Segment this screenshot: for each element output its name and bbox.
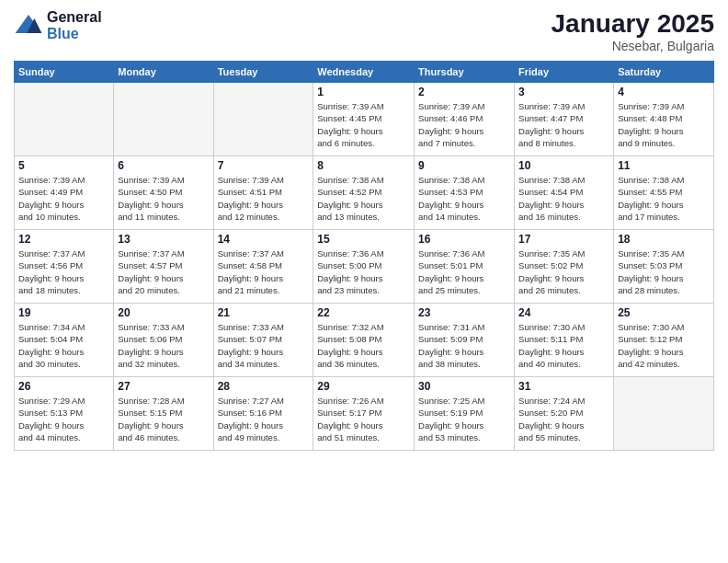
- col-monday: Monday: [114, 62, 213, 83]
- month-title: January 2025: [552, 9, 714, 39]
- day-info: Sunrise: 7:36 AM Sunset: 5:01 PM Dayligh…: [418, 247, 510, 296]
- day-number: 30: [418, 380, 510, 393]
- day-info: Sunrise: 7:24 AM Sunset: 5:20 PM Dayligh…: [518, 395, 609, 443]
- calendar-row-3: 19Sunrise: 7:34 AM Sunset: 5:04 PM Dayli…: [15, 304, 714, 377]
- day-number: 26: [18, 380, 109, 393]
- day-number: 20: [118, 306, 209, 319]
- calendar-row-4: 26Sunrise: 7:29 AM Sunset: 5:13 PM Dayli…: [15, 377, 714, 451]
- day-number: 10: [518, 159, 609, 172]
- day-info: Sunrise: 7:33 AM Sunset: 5:07 PM Dayligh…: [218, 321, 310, 370]
- day-info: Sunrise: 7:38 AM Sunset: 4:53 PM Dayligh…: [418, 174, 510, 223]
- day-info: Sunrise: 7:29 AM Sunset: 5:13 PM Dayligh…: [18, 395, 109, 443]
- logo: General Blue: [14, 9, 102, 42]
- day-number: 19: [18, 306, 109, 319]
- day-info: Sunrise: 7:27 AM Sunset: 5:16 PM Dayligh…: [218, 395, 310, 443]
- table-row: 12Sunrise: 7:37 AM Sunset: 4:56 PM Dayli…: [15, 230, 114, 304]
- day-number: 21: [218, 306, 310, 319]
- day-info: Sunrise: 7:38 AM Sunset: 4:55 PM Dayligh…: [618, 174, 710, 223]
- table-row: 10Sunrise: 7:38 AM Sunset: 4:54 PM Dayli…: [515, 156, 614, 230]
- calendar-table: Sunday Monday Tuesday Wednesday Thursday…: [14, 61, 714, 451]
- table-row: 8Sunrise: 7:38 AM Sunset: 4:52 PM Daylig…: [313, 156, 415, 230]
- day-info: Sunrise: 7:30 AM Sunset: 5:12 PM Dayligh…: [618, 321, 710, 370]
- table-row: 13Sunrise: 7:37 AM Sunset: 4:57 PM Dayli…: [114, 230, 213, 304]
- day-info: Sunrise: 7:39 AM Sunset: 4:47 PM Dayligh…: [518, 100, 609, 149]
- col-thursday: Thursday: [415, 62, 515, 83]
- logo-icon: [14, 11, 43, 40]
- day-number: 12: [18, 233, 109, 246]
- day-info: Sunrise: 7:25 AM Sunset: 5:19 PM Dayligh…: [418, 395, 510, 443]
- table-row: 24Sunrise: 7:30 AM Sunset: 5:11 PM Dayli…: [515, 304, 614, 377]
- day-number: 28: [218, 380, 310, 393]
- day-number: 23: [418, 306, 510, 319]
- table-row: 7Sunrise: 7:39 AM Sunset: 4:51 PM Daylig…: [213, 156, 313, 230]
- table-row: 26Sunrise: 7:29 AM Sunset: 5:13 PM Dayli…: [15, 377, 114, 451]
- day-number: 14: [218, 233, 310, 246]
- table-row: [614, 377, 714, 451]
- table-row: 19Sunrise: 7:34 AM Sunset: 5:04 PM Dayli…: [15, 304, 114, 377]
- day-number: 27: [118, 380, 209, 393]
- col-friday: Friday: [515, 62, 614, 83]
- table-row: [114, 83, 213, 156]
- table-row: 14Sunrise: 7:37 AM Sunset: 4:58 PM Dayli…: [213, 230, 313, 304]
- table-row: [213, 83, 313, 156]
- day-number: 5: [18, 159, 109, 172]
- table-row: 9Sunrise: 7:38 AM Sunset: 4:53 PM Daylig…: [415, 156, 515, 230]
- day-number: 16: [418, 233, 510, 246]
- day-info: Sunrise: 7:38 AM Sunset: 4:52 PM Dayligh…: [317, 174, 410, 223]
- table-row: 4Sunrise: 7:39 AM Sunset: 4:48 PM Daylig…: [614, 83, 714, 156]
- day-info: Sunrise: 7:39 AM Sunset: 4:50 PM Dayligh…: [118, 174, 209, 223]
- calendar-header-row: Sunday Monday Tuesday Wednesday Thursday…: [15, 62, 714, 83]
- day-number: 2: [418, 86, 510, 98]
- col-sunday: Sunday: [15, 62, 114, 83]
- day-info: Sunrise: 7:35 AM Sunset: 5:02 PM Dayligh…: [518, 247, 609, 296]
- day-number: 6: [118, 159, 209, 172]
- table-row: 17Sunrise: 7:35 AM Sunset: 5:02 PM Dayli…: [515, 230, 614, 304]
- day-info: Sunrise: 7:35 AM Sunset: 5:03 PM Dayligh…: [618, 247, 710, 296]
- header: General Blue January 2025 Nesebar, Bulga…: [14, 9, 714, 53]
- table-row: 31Sunrise: 7:24 AM Sunset: 5:20 PM Dayli…: [515, 377, 614, 451]
- table-row: 5Sunrise: 7:39 AM Sunset: 4:49 PM Daylig…: [15, 156, 114, 230]
- table-row: 20Sunrise: 7:33 AM Sunset: 5:06 PM Dayli…: [114, 304, 213, 377]
- day-info: Sunrise: 7:37 AM Sunset: 4:57 PM Dayligh…: [118, 247, 209, 296]
- day-info: Sunrise: 7:39 AM Sunset: 4:45 PM Dayligh…: [317, 100, 410, 149]
- day-number: 7: [218, 159, 310, 172]
- table-row: 15Sunrise: 7:36 AM Sunset: 5:00 PM Dayli…: [313, 230, 415, 304]
- day-info: Sunrise: 7:31 AM Sunset: 5:09 PM Dayligh…: [418, 321, 510, 370]
- table-row: 28Sunrise: 7:27 AM Sunset: 5:16 PM Dayli…: [213, 377, 313, 451]
- table-row: 22Sunrise: 7:32 AM Sunset: 5:08 PM Dayli…: [313, 304, 415, 377]
- day-info: Sunrise: 7:39 AM Sunset: 4:46 PM Dayligh…: [418, 100, 510, 149]
- calendar-body: 1Sunrise: 7:39 AM Sunset: 4:45 PM Daylig…: [15, 83, 714, 451]
- day-number: 1: [317, 86, 410, 98]
- day-number: 18: [618, 233, 710, 246]
- table-row: 1Sunrise: 7:39 AM Sunset: 4:45 PM Daylig…: [313, 83, 415, 156]
- day-number: 9: [418, 159, 510, 172]
- day-number: 24: [518, 306, 609, 319]
- day-number: 15: [317, 233, 410, 246]
- table-row: 23Sunrise: 7:31 AM Sunset: 5:09 PM Dayli…: [415, 304, 515, 377]
- day-info: Sunrise: 7:37 AM Sunset: 4:56 PM Dayligh…: [18, 247, 109, 296]
- day-info: Sunrise: 7:39 AM Sunset: 4:48 PM Dayligh…: [618, 100, 710, 149]
- table-row: 11Sunrise: 7:38 AM Sunset: 4:55 PM Dayli…: [614, 156, 714, 230]
- table-row: 30Sunrise: 7:25 AM Sunset: 5:19 PM Dayli…: [415, 377, 515, 451]
- table-row: 25Sunrise: 7:30 AM Sunset: 5:12 PM Dayli…: [614, 304, 714, 377]
- table-row: 21Sunrise: 7:33 AM Sunset: 5:07 PM Dayli…: [213, 304, 313, 377]
- day-number: 11: [618, 159, 710, 172]
- table-row: 16Sunrise: 7:36 AM Sunset: 5:01 PM Dayli…: [415, 230, 515, 304]
- table-row: [15, 83, 114, 156]
- day-number: 29: [317, 380, 410, 393]
- day-info: Sunrise: 7:26 AM Sunset: 5:17 PM Dayligh…: [317, 395, 410, 443]
- day-info: Sunrise: 7:38 AM Sunset: 4:54 PM Dayligh…: [518, 174, 609, 223]
- table-row: 6Sunrise: 7:39 AM Sunset: 4:50 PM Daylig…: [114, 156, 213, 230]
- location-title: Nesebar, Bulgaria: [552, 39, 714, 53]
- day-info: Sunrise: 7:39 AM Sunset: 4:49 PM Dayligh…: [18, 174, 109, 223]
- table-row: 29Sunrise: 7:26 AM Sunset: 5:17 PM Dayli…: [313, 377, 415, 451]
- page-container: General Blue January 2025 Nesebar, Bulga…: [0, 0, 728, 460]
- day-info: Sunrise: 7:37 AM Sunset: 4:58 PM Dayligh…: [218, 247, 310, 296]
- logo-text: General Blue: [47, 9, 102, 42]
- day-info: Sunrise: 7:33 AM Sunset: 5:06 PM Dayligh…: [118, 321, 209, 370]
- table-row: 2Sunrise: 7:39 AM Sunset: 4:46 PM Daylig…: [415, 83, 515, 156]
- calendar-row-2: 12Sunrise: 7:37 AM Sunset: 4:56 PM Dayli…: [15, 230, 714, 304]
- col-saturday: Saturday: [614, 62, 714, 83]
- day-info: Sunrise: 7:30 AM Sunset: 5:11 PM Dayligh…: [518, 321, 609, 370]
- day-number: 8: [317, 159, 410, 172]
